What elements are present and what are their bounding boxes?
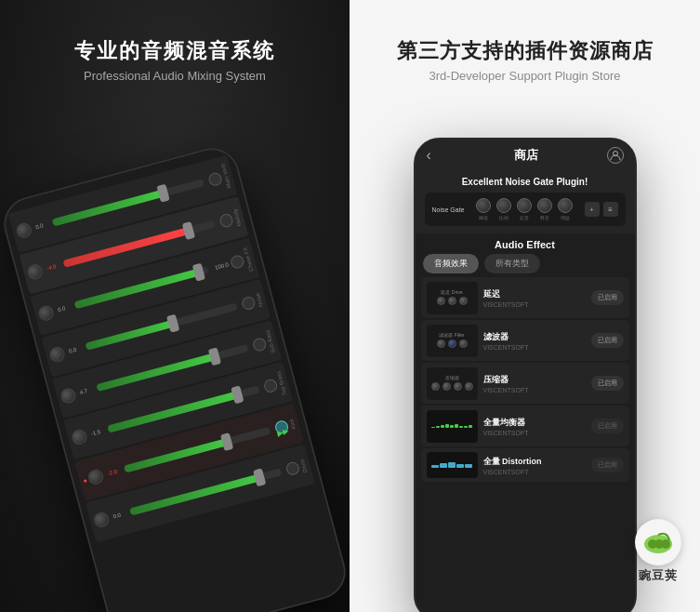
phone-left: 0.0 Main Verb -4.0	[0, 142, 350, 612]
noise-gate-card[interactable]: Noise Gate 阈值 比例 起音	[425, 193, 626, 226]
plugin-item-filter[interactable]: 滤波器 Filter 滤波器 VISCENTSOFT 已启用	[421, 320, 629, 361]
track-db: -4.0	[46, 262, 62, 272]
store-screen: ‹ 商店 Excellent Noise Gate Plugin! Noise …	[416, 140, 635, 612]
watermark-text: 豌豆荚	[639, 567, 678, 584]
plugin-item-eq[interactable]: 全量均衡器 VISCENTSOFT 已启用	[421, 406, 629, 446]
track-label: Main Verb	[220, 164, 232, 190]
plugin-name-eq: 全量均衡器	[483, 417, 586, 429]
plugin-btn-filter[interactable]: 已启用	[591, 333, 624, 348]
section-title: Audio Effect	[416, 233, 635, 254]
track-label: Noise	[255, 293, 264, 308]
left-title-english: Professional Audio Mixing System	[84, 69, 266, 83]
track-db: 0.0	[57, 303, 73, 313]
plugin-item-distortion[interactable]: 全量 Distortion VISCENTSOFT 已启用	[421, 448, 629, 482]
track-knob[interactable]	[92, 511, 111, 529]
phone-right: ‹ 商店 Excellent Noise Gate Plugin! Noise …	[414, 138, 637, 612]
track-db: 0.0	[68, 345, 84, 354]
track-mute-button[interactable]	[207, 171, 223, 187]
track-label: Drum	[299, 459, 309, 473]
track-label: Kick	[288, 419, 297, 431]
track-db: 4.7	[79, 386, 95, 395]
track-label: Melody	[232, 208, 243, 227]
plugin-thumb-eq	[427, 410, 478, 443]
store-title: 商店	[514, 147, 538, 164]
track-label: Chase FX	[243, 246, 255, 272]
add-button[interactable]: +	[585, 202, 600, 217]
left-panel: 专业的音频混音系统 Professional Audio Mixing Syst…	[0, 0, 350, 612]
plugin-name-distortion: 全量 Distortion	[483, 456, 586, 468]
tab-audio-effect[interactable]: 音频效果	[423, 254, 479, 273]
plugin-info-eq: 全量均衡器 VISCENTSOFT	[483, 417, 586, 436]
noise-gate-knobs: 阈值 比例 起音 释音	[470, 198, 579, 220]
plugin-info-filter: 滤波器 VISCENTSOFT	[483, 331, 586, 351]
track-level: 100.0	[210, 261, 230, 272]
track-db: 0.0	[112, 510, 128, 519]
plugin-info-delay: 延迟 VISCENTSOFT	[483, 288, 586, 308]
featured-title: Excellent Noise Gate Plugin!	[425, 177, 626, 187]
plugin-thumb-filter: 滤波器 Filter	[427, 325, 478, 357]
store-featured: Excellent Noise Gate Plugin! Noise Gate …	[416, 171, 635, 233]
plugin-vendor-distortion: VISCENTSOFT	[483, 469, 586, 475]
watermark-logo	[635, 519, 681, 565]
track-knob[interactable]	[87, 468, 106, 486]
track-db: -1.5	[90, 428, 106, 437]
track-clip-indicator: ●	[83, 476, 88, 484]
plugin-name-compressor: 压缩器	[483, 374, 586, 386]
noise-gate-buttons: + ≡	[585, 202, 618, 217]
plugin-btn-compressor[interactable]: 已启用	[591, 376, 624, 391]
plugin-thumb-compressor: 压缩器	[427, 367, 478, 400]
right-title-chinese: 第三方支持的插件资源商店	[397, 37, 654, 65]
track-db: 0.0	[35, 220, 51, 230]
menu-button[interactable]: ≡	[603, 202, 618, 217]
plugin-btn-delay[interactable]: 已启用	[591, 290, 624, 305]
plugin-btn-eq[interactable]: 已启用	[591, 419, 624, 433]
track-mute-button[interactable]	[263, 378, 279, 393]
plugin-btn-distortion[interactable]: 已启用	[591, 458, 624, 472]
mixer-screen: 0.0 Main Verb -4.0	[0, 144, 350, 612]
track-mute-button[interactable]	[230, 254, 245, 270]
tab-all-types[interactable]: 所有类型	[484, 254, 540, 273]
svg-point-4	[661, 539, 670, 549]
track-knob[interactable]	[37, 304, 56, 323]
track-mute-button[interactable]	[284, 460, 300, 476]
track-label: Sub Bass	[265, 329, 276, 353]
plugin-item-compressor[interactable]: 压缩器 压缩器 VISCENTSOFT 已启	[421, 363, 629, 404]
plugin-item-delay[interactable]: 延迟 Drive 延迟 VISCENTSOFT 已启用	[421, 277, 629, 318]
store-tabs: 音频效果 所有类型	[416, 254, 635, 273]
track-knob[interactable]	[48, 345, 67, 364]
right-panel: 第三方支持的插件资源商店 3rd-Developer Support Plugi…	[350, 0, 700, 612]
track-mute-button[interactable]	[252, 337, 268, 353]
track-knob[interactable]	[59, 387, 78, 406]
track-knob[interactable]	[15, 221, 33, 240]
plugin-thumb-distortion	[427, 452, 478, 478]
plugin-vendor-filter: VISCENTSOFT	[483, 344, 586, 351]
user-icon[interactable]	[607, 147, 624, 164]
plugin-list: 延迟 Drive 延迟 VISCENTSOFT 已启用	[416, 277, 635, 612]
ng-knob-2[interactable]: 比例	[496, 198, 511, 220]
noise-gate-label: Noise Gate	[432, 206, 465, 213]
ng-knob-5[interactable]: 增益	[558, 198, 573, 220]
plugin-vendor-compressor: VISCENTSOFT	[483, 387, 586, 393]
left-title-chinese: 专业的音频混音系统	[74, 37, 275, 65]
store-header: ‹ 商店	[416, 140, 635, 171]
plugin-name-delay: 延迟	[483, 288, 586, 300]
ng-knob-3[interactable]: 起音	[517, 198, 532, 220]
right-title-english: 3rd-Developer Support Plugin Store	[429, 69, 621, 83]
watermark: 豌豆荚	[635, 519, 681, 584]
track-knob[interactable]	[71, 428, 89, 446]
mixer-tracks: 0.0 Main Verb -4.0	[8, 155, 342, 612]
track-label: Top Brass	[275, 370, 287, 395]
plugin-vendor-delay: VISCENTSOFT	[483, 301, 586, 308]
track-mute-button[interactable]	[218, 213, 234, 229]
plugin-name-filter: 滤波器	[483, 331, 586, 343]
ng-knob-4[interactable]: 释音	[537, 198, 552, 220]
plugin-vendor-eq: VISCENTSOFT	[483, 430, 586, 436]
plugin-info-compressor: 压缩器 VISCENTSOFT	[483, 374, 586, 393]
track-knob[interactable]	[26, 262, 45, 281]
track-mute-button[interactable]: ▶▶	[273, 419, 289, 435]
plugin-thumb-delay: 延迟 Drive	[427, 282, 478, 314]
ng-knob-1[interactable]: 阈值	[476, 198, 491, 220]
plugin-info-distortion: 全量 Distortion VISCENTSOFT	[483, 456, 586, 475]
back-button[interactable]: ‹	[427, 147, 445, 164]
track-mute-button[interactable]	[241, 295, 257, 311]
